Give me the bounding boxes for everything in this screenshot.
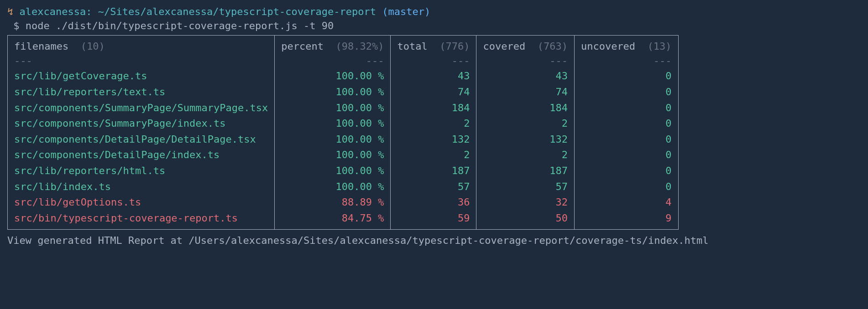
- prompt-user: alexcanessa:: [20, 6, 92, 17]
- table-row: src/components/DetailPage/DetailPage.tsx…: [8, 132, 678, 148]
- coverage-table: filenames (10) percent (98.32%) total (7…: [7, 35, 679, 230]
- cell-filename: src/lib/getOptions.ts: [8, 195, 274, 211]
- cell-covered: 132: [476, 132, 574, 148]
- cell-total: 2: [390, 147, 476, 163]
- footer-message: View generated HTML Report at /Users/ale…: [7, 234, 861, 247]
- cell-uncovered: 0: [574, 84, 678, 100]
- cell-filename: src/bin/typescript-coverage-report.ts: [8, 211, 274, 230]
- header-covered: covered (763): [476, 36, 574, 55]
- cell-total: 184: [390, 100, 476, 116]
- cell-total: 187: [390, 163, 476, 179]
- header-covered-label: covered: [483, 41, 525, 52]
- divider-covered: ---: [549, 55, 568, 67]
- cell-percent: 100.00 %: [274, 179, 390, 195]
- prompt-line-1: ↯ alexcanessa: ~/Sites/alexcanessa/types…: [7, 5, 861, 19]
- table-divider-row: --- --- --- --- ---: [8, 55, 678, 69]
- header-filenames-label: filenames: [14, 41, 68, 52]
- cell-filename: src/components/DetailPage/DetailPage.tsx: [8, 132, 274, 148]
- cell-filename: src/lib/reporters/html.ts: [8, 163, 274, 179]
- cell-uncovered: 0: [574, 100, 678, 116]
- header-covered-summary: (763): [538, 41, 568, 52]
- cell-percent: 100.00 %: [274, 116, 390, 132]
- cell-filename: src/lib/reporters/text.ts: [8, 84, 274, 100]
- cell-filename: src/components/SummaryPage/index.ts: [8, 116, 274, 132]
- table-row: src/lib/getOptions.ts88.89 %36324: [8, 195, 678, 211]
- cell-total: 36: [390, 195, 476, 211]
- cell-uncovered: 0: [574, 163, 678, 179]
- cell-covered: 32: [476, 195, 574, 211]
- table-row: src/components/DetailPage/index.ts100.00…: [8, 147, 678, 163]
- header-uncovered: uncovered (13): [574, 36, 678, 55]
- prompt-line-2: $ node ./dist/bin/typescript-coverage-re…: [7, 20, 861, 33]
- prompt-dollar: $: [13, 20, 19, 31]
- cell-percent: 84.75 %: [274, 211, 390, 230]
- header-filenames: filenames (10): [8, 36, 274, 55]
- cell-covered: 187: [476, 163, 574, 179]
- table-row: src/lib/getCoverage.ts100.00 %43430: [8, 68, 678, 84]
- cell-uncovered: 4: [574, 195, 678, 211]
- cell-percent: 100.00 %: [274, 147, 390, 163]
- cell-percent: 100.00 %: [274, 84, 390, 100]
- table-row: src/components/SummaryPage/SummaryPage.t…: [8, 100, 678, 116]
- header-total: total (776): [390, 36, 476, 55]
- cell-covered: 2: [476, 116, 574, 132]
- divider-uncovered: ---: [654, 55, 672, 67]
- cell-covered: 57: [476, 179, 574, 195]
- header-percent: percent (98.32%): [274, 36, 390, 55]
- prompt-path: ~/Sites/alexcanessa/typescript-coverage-…: [98, 6, 376, 17]
- cell-filename: src/lib/getCoverage.ts: [8, 68, 274, 84]
- cell-covered: 2: [476, 147, 574, 163]
- cell-uncovered: 0: [574, 68, 678, 84]
- cell-total: 74: [390, 84, 476, 100]
- cell-uncovered: 0: [574, 116, 678, 132]
- table-row: src/lib/reporters/text.ts100.00 %74740: [8, 84, 678, 100]
- table-header-row: filenames (10) percent (98.32%) total (7…: [8, 36, 678, 55]
- cell-filename: src/components/SummaryPage/SummaryPage.t…: [8, 100, 274, 116]
- cell-percent: 100.00 %: [274, 163, 390, 179]
- prompt-branch: (master): [382, 6, 430, 17]
- header-percent-label: percent: [281, 41, 324, 52]
- cell-filename: src/components/DetailPage/index.ts: [8, 147, 274, 163]
- table-row: src/lib/reporters/html.ts100.00 %1871870: [8, 163, 678, 179]
- header-filenames-summary: (10): [81, 41, 105, 52]
- cell-covered: 184: [476, 100, 574, 116]
- cell-percent: 100.00 %: [274, 132, 390, 148]
- divider-total: ---: [452, 55, 470, 67]
- cell-filename: src/lib/index.ts: [8, 179, 274, 195]
- header-percent-summary: (98.32%): [336, 41, 384, 52]
- cell-covered: 50: [476, 211, 574, 230]
- cell-covered: 74: [476, 84, 574, 100]
- cell-uncovered: 0: [574, 179, 678, 195]
- cell-total: 57: [390, 179, 476, 195]
- cell-total: 43: [390, 68, 476, 84]
- cell-total: 59: [390, 211, 476, 230]
- header-uncovered-summary: (13): [648, 41, 672, 52]
- header-total-summary: (776): [439, 41, 470, 52]
- cell-uncovered: 0: [574, 132, 678, 148]
- header-total-label: total: [397, 41, 427, 52]
- divider-filenames: ---: [14, 55, 32, 67]
- table-row: src/components/SummaryPage/index.ts100.0…: [8, 116, 678, 132]
- divider-percent: ---: [366, 55, 384, 67]
- cell-percent: 100.00 %: [274, 68, 390, 84]
- table-row: src/bin/typescript-coverage-report.ts84.…: [8, 211, 678, 230]
- lightning-icon: ↯: [7, 6, 13, 17]
- cell-total: 2: [390, 116, 476, 132]
- cell-total: 132: [390, 132, 476, 148]
- header-uncovered-label: uncovered: [581, 41, 635, 52]
- cell-covered: 43: [476, 68, 574, 84]
- cell-percent: 88.89 %: [274, 195, 390, 211]
- cell-percent: 100.00 %: [274, 100, 390, 116]
- cell-uncovered: 0: [574, 147, 678, 163]
- cell-uncovered: 9: [574, 211, 678, 230]
- table-row: src/lib/index.ts100.00 %57570: [8, 179, 678, 195]
- prompt-command: node ./dist/bin/typescript-coverage-repo…: [26, 20, 334, 31]
